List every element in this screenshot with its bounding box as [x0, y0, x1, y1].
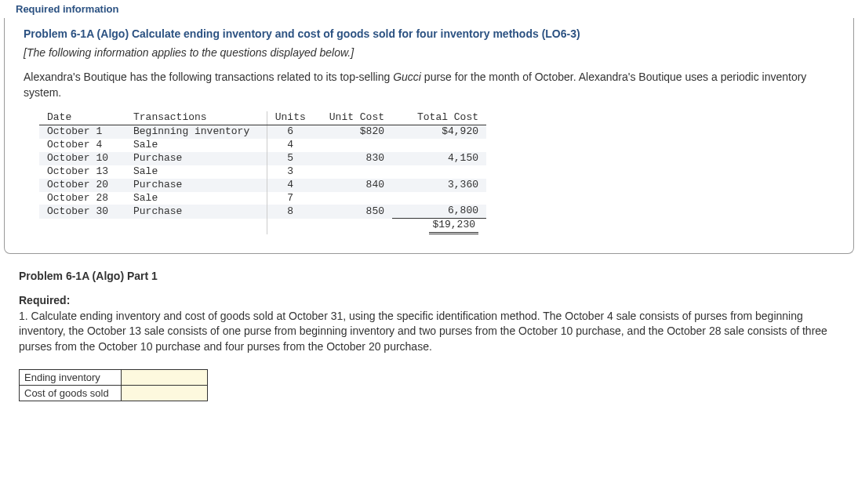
cell-units: 7: [267, 192, 314, 205]
cell-total: [392, 139, 486, 152]
table-row: October 28Sale7: [39, 192, 486, 205]
applies-note: [The following information applies to th…: [24, 46, 834, 59]
th-trans: Transactions: [125, 111, 267, 125]
cell-trans: Purchase: [125, 179, 267, 192]
problem-title: Problem 6-1A (Algo) Calculate ending inv…: [24, 27, 834, 40]
table-row: October 10Purchase58304,150: [39, 152, 486, 165]
cell-date: October 28: [39, 192, 125, 205]
problem-block: Problem 6-1A (Algo) Calculate ending inv…: [4, 18, 854, 254]
th-total: Total Cost: [392, 111, 486, 125]
part1-heading: Problem 6-1A (Algo) Part 1: [19, 270, 858, 282]
ending-inventory-input[interactable]: [122, 370, 207, 385]
narrative: Alexandra's Boutique has the following t…: [24, 70, 834, 100]
cell-date: October 1: [39, 125, 125, 139]
cell-date: October 20: [39, 179, 125, 192]
cell-units: 4: [267, 139, 314, 152]
cell-units: 5: [267, 152, 314, 165]
cell-unitcost: [314, 139, 392, 152]
table-total-row: $19,230: [39, 219, 486, 234]
grand-total: $19,230: [392, 219, 486, 234]
cell-trans: Sale: [125, 139, 267, 152]
cell-date: October 30: [39, 205, 125, 218]
cell-unitcost: $820: [314, 125, 392, 139]
cogs-input[interactable]: [122, 386, 207, 401]
cell-total: $4,920: [392, 125, 486, 139]
cell-date: October 13: [39, 165, 125, 179]
cell-total: 3,360: [392, 179, 486, 192]
cell-units: 3: [267, 165, 314, 179]
cell-total: [392, 165, 486, 179]
table-row: October 1Beginning inventory6$820$4,920: [39, 125, 486, 139]
cell-total: 4,150: [392, 152, 486, 165]
cell-unitcost: 840: [314, 179, 392, 192]
cell-total: 6,800: [392, 205, 486, 218]
cell-trans: Purchase: [125, 205, 267, 218]
required-block: Required: 1. Calculate ending inventory …: [19, 293, 839, 354]
cell-unitcost: 850: [314, 205, 392, 218]
required-info-tab: Required information: [0, 0, 858, 18]
cell-trans: Sale: [125, 165, 267, 179]
cogs-label: Cost of goods sold: [20, 385, 122, 401]
cell-units: 6: [267, 125, 314, 139]
cell-trans: Beginning inventory: [125, 125, 267, 139]
narrative-italic: Gucci: [393, 71, 421, 83]
table-row: October 20Purchase48403,360: [39, 179, 486, 192]
required-text: 1. Calculate ending inventory and cost o…: [19, 310, 827, 353]
cell-unitcost: 830: [314, 152, 392, 165]
th-unit-cost: Unit Cost: [314, 111, 392, 125]
cell-total: [392, 192, 486, 205]
required-label: Required:: [19, 294, 70, 306]
cell-date: October 10: [39, 152, 125, 165]
table-row: October 13Sale3: [39, 165, 486, 179]
transactions-table: Date Transactions Units Unit Cost Total …: [39, 111, 486, 234]
th-date: Date: [39, 111, 125, 125]
cell-units: 4: [267, 179, 314, 192]
table-row: October 4Sale4: [39, 139, 486, 152]
ending-inventory-label: Ending inventory: [20, 369, 122, 385]
answer-table: Ending inventory Cost of goods sold: [19, 369, 208, 401]
cell-trans: Sale: [125, 192, 267, 205]
table-row: October 30Purchase88506,800: [39, 205, 486, 218]
cell-trans: Purchase: [125, 152, 267, 165]
narrative-pre: Alexandra's Boutique has the following t…: [24, 71, 393, 83]
cell-unitcost: [314, 165, 392, 179]
th-units: Units: [267, 111, 314, 125]
cell-unitcost: [314, 192, 392, 205]
cell-date: October 4: [39, 139, 125, 152]
cell-units: 8: [267, 205, 314, 218]
